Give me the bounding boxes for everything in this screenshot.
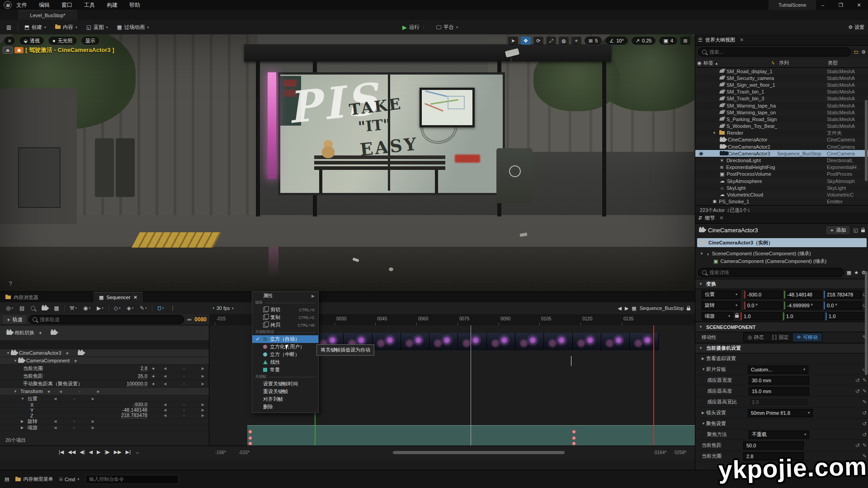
view-tracking-row[interactable]: ▶查看追踪设置 [695, 353, 868, 364]
add-key-icon[interactable]: ○ [183, 413, 185, 418]
transport-button[interactable]: ▶ [97, 449, 100, 455]
help-icon[interactable]: ? [9, 281, 12, 287]
add-component-button[interactable]: ＋添加 [826, 225, 850, 235]
scale-lock-icon[interactable] [735, 315, 739, 318]
outliner-row[interactable]: ≋ExponentialHeightFogExponentialH [695, 164, 868, 171]
sequencer-close-icon[interactable]: ✕ [133, 295, 137, 300]
track-value-field[interactable]: 218.783478 [121, 413, 147, 418]
track-value-field[interactable]: 2.8 [141, 366, 147, 371]
menu-item-文件[interactable]: 文件 [16, 1, 27, 9]
output-log-icon[interactable]: ▤ [5, 476, 9, 482]
sensor-height-brush-icon[interactable]: ✎ [863, 388, 867, 394]
menu-item-立方（中断）[interactable]: 立方（中断） [252, 351, 318, 358]
menu-item-对齐到帧[interactable]: 对齐到帧 [252, 395, 318, 403]
filmback-dropdown[interactable]: Custom...▾ [748, 366, 808, 374]
viewport[interactable]: PISTAKE"IT"EASY ≡ ⬙透视 ●无光照 显示 ➤ ✥ ⟳ ⤢ ◍ … [0, 34, 695, 291]
maximize-viewport-button[interactable]: ⊞ [680, 37, 690, 45]
track-row[interactable]: ▼CameraComponent＋ [0, 357, 209, 365]
rotation-z-field[interactable]: 0.0 ° [824, 301, 862, 310]
menu-item-帮助[interactable]: 帮助 [129, 1, 140, 9]
sequence-column[interactable]: 序列 [779, 60, 828, 66]
outliner-row[interactable]: ▼Render文件夹 [695, 130, 868, 136]
world-space-toggle[interactable]: ◍ [559, 37, 569, 45]
menu-item-复制[interactable]: 复制CTRL+C [252, 314, 318, 321]
outliner-row[interactable]: ▣PostProcessVolumePostProces [695, 171, 868, 178]
platforms-button[interactable]: 🖵平台▾ [432, 21, 462, 33]
track-value-field[interactable]: 35.0 [138, 373, 147, 379]
outliner-tab[interactable]: 世界大纲视图 [705, 37, 735, 43]
outliner-row[interactable]: SM_Trash_bin_1StaticMeshA [695, 89, 868, 95]
nav-forward-icon[interactable]: ▶ [625, 305, 628, 311]
surface-snap-toggle[interactable]: ⌖ [571, 37, 581, 45]
blueprint-button[interactable]: ◱蓝图▾ [82, 21, 113, 33]
keyframe-dot[interactable] [572, 436, 576, 440]
add-key-icon[interactable]: ○ [73, 419, 75, 423]
snap-magnet-button[interactable]: Ω▾ [157, 305, 164, 311]
outliner-row[interactable]: ☁SkyAtmosphereSkyAtmosph [695, 178, 868, 184]
outliner-search-input[interactable]: 搜索... [698, 47, 851, 56]
add-keyframe-button[interactable]: ＋ [147, 380, 159, 387]
playback-options-button[interactable]: ▶▾ [97, 305, 104, 311]
track-row[interactable]: ▼CineCameraActor3＋ [0, 349, 209, 357]
settings-button[interactable]: ⚙设置 [848, 20, 864, 34]
create-button[interactable]: ⬒创建▾ [20, 21, 51, 33]
mobility-static[interactable]: ◎静态 [744, 333, 768, 342]
keyframe-dot[interactable] [248, 441, 252, 446]
tab-sequencer[interactable]: ▦Sequencer✕ [94, 292, 143, 302]
track-lock-camera-icon[interactable] [51, 331, 57, 335]
add-folder-icon[interactable]: 🗀 [854, 49, 859, 55]
playhead[interactable]: 0080 [471, 325, 471, 446]
search-button[interactable] [31, 306, 35, 310]
menu-item-构建[interactable]: 构建 [107, 1, 118, 9]
range-label[interactable]: 0164* [655, 450, 666, 455]
visibility-column-icon[interactable]: ◉ [695, 60, 703, 66]
menu-item-编辑[interactable]: 编辑 [39, 1, 50, 9]
maximize-button[interactable]: ❐ [832, 0, 850, 10]
track-caret-icon[interactable]: ▼ [21, 397, 25, 401]
console-input[interactable]: 输入控制台命令 [85, 475, 179, 484]
sensor-width-brush-icon[interactable]: ✎ [863, 377, 867, 383]
keyframe-dot[interactable] [248, 430, 252, 434]
unreal-logo-icon[interactable]: u [4, 1, 12, 9]
sort-label-column[interactable]: 标签 ▲ [703, 60, 772, 66]
details-tab[interactable]: 细节 [705, 215, 715, 221]
menu-item-立方（自动）[interactable]: ✓立方（自动） [252, 335, 318, 343]
minimize-button[interactable]: – [814, 0, 832, 10]
prev-key-icon[interactable]: ◀ [54, 419, 57, 423]
curve-editor-button[interactable]: ✎▾ [140, 305, 147, 311]
add-key-icon[interactable]: ○ [73, 397, 75, 401]
prev-key-icon[interactable]: ◀ [164, 382, 166, 386]
next-key-icon[interactable]: ▶ [202, 382, 204, 386]
range-label[interactable]: -015* [239, 450, 250, 455]
outliner-scrollbar[interactable] [865, 100, 868, 181]
reset-lens-icon[interactable]: ↺ [862, 410, 867, 416]
close-button[interactable]: ✕ [850, 0, 868, 10]
transform-section-header[interactable]: ▼变换 [695, 279, 868, 289]
rotation-y-field[interactable]: -4.999999 ° [784, 301, 822, 310]
tab-content-browser[interactable]: 内容浏览器 [0, 292, 44, 302]
track-row[interactable]: ▼Transform＋◀○▶ [0, 388, 209, 395]
focus-method-dropdown[interactable]: 不重载▾ [749, 431, 809, 439]
nav-back-icon[interactable]: ◀ [618, 305, 621, 311]
track-row[interactable]: Y-48.148148◀○▶ [0, 408, 209, 413]
keyframe-dot[interactable] [248, 436, 252, 440]
outliner-row[interactable]: SM_Trash_bin_3StaticMeshA [695, 95, 868, 102]
menu-item-properties[interactable]: 属性▶ [252, 292, 318, 300]
rotation-snap-control[interactable]: ∠10° [605, 36, 628, 45]
prev-key-icon[interactable]: ◀ [59, 389, 62, 394]
track-row[interactable] [0, 341, 209, 349]
next-key-icon[interactable]: ▶ [92, 426, 94, 430]
play-button[interactable]: ▶运行⋮ [398, 21, 430, 33]
location-z-field[interactable]: 218.783478 [824, 291, 862, 299]
menu-item-拷贝[interactable]: 拷贝CTRL+W [252, 321, 318, 329]
reset-sensor-height-icon[interactable]: ↺ [855, 388, 860, 394]
select-tool[interactable]: ➤ [508, 37, 518, 45]
transport-button[interactable]: ▶▶ [114, 449, 122, 455]
sequence-lock-icon[interactable] [687, 308, 690, 310]
outliner-close-icon[interactable]: ✕ [740, 37, 744, 43]
reset-focal-length-icon[interactable]: ↺ [855, 442, 860, 449]
range-label[interactable]: -166* [215, 450, 226, 455]
add-key-icon[interactable]: ○ [183, 408, 185, 412]
menu-item-线性[interactable]: 线性 [252, 358, 318, 366]
outliner-row[interactable]: SM_Warning_tape_haStaticMeshA [695, 102, 868, 109]
